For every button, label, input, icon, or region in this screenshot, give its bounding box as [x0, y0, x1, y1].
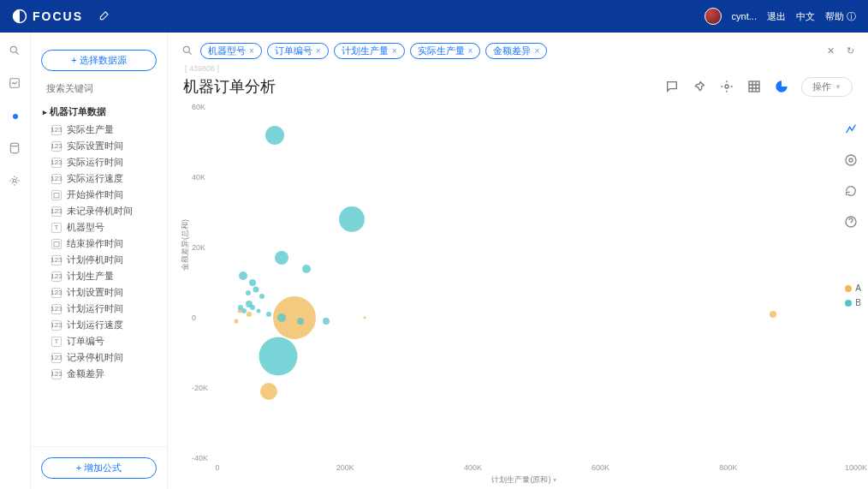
- field-type-icon: 123: [51, 158, 62, 168]
- gear-icon[interactable]: [719, 79, 734, 94]
- tree-item[interactable]: 123计划运行时间: [43, 301, 162, 317]
- chip-remove-icon[interactable]: ×: [468, 46, 473, 56]
- bubble-point[interactable]: [363, 317, 366, 319]
- bubble-point[interactable]: [235, 319, 239, 324]
- bubble-point[interactable]: [266, 312, 271, 317]
- x-axis-label[interactable]: 计划生产量(原和): [491, 474, 556, 486]
- line-chart-tool-icon[interactable]: [844, 122, 858, 138]
- tree-item[interactable]: 123实际设置时间: [43, 138, 162, 154]
- x-tick: 0: [215, 463, 219, 472]
- bubble-point[interactable]: [253, 287, 259, 293]
- select-datasource-button[interactable]: + 选择数据源: [41, 50, 157, 71]
- bubble-point[interactable]: [250, 305, 255, 310]
- tree-item[interactable]: T机器型号: [43, 219, 162, 236]
- tree-item[interactable]: 123金额差异: [43, 366, 162, 382]
- bubble-point[interactable]: [265, 126, 284, 145]
- lang-link[interactable]: 中文: [796, 10, 815, 23]
- bubble-point[interactable]: [275, 251, 288, 265]
- query-chip[interactable]: 金额差异×: [485, 43, 547, 59]
- svg-rect-6: [54, 193, 59, 197]
- bubble-point[interactable]: [302, 265, 311, 273]
- bubble-point[interactable]: [323, 318, 330, 325]
- query-chip[interactable]: 实际生产量×: [410, 43, 481, 59]
- add-formula-button[interactable]: + 增加公式: [41, 457, 157, 479]
- tree-item[interactable]: T订单编号: [43, 333, 162, 349]
- tree-item[interactable]: 123记录停机时间: [43, 349, 162, 366]
- chart-help-icon[interactable]: [844, 215, 858, 230]
- tree-item[interactable]: 123计划运行速度: [43, 317, 162, 333]
- chip-remove-icon[interactable]: ×: [392, 46, 397, 56]
- x-tick: 200K: [336, 463, 354, 472]
- bubble-point[interactable]: [259, 337, 297, 376]
- bubble-point[interactable]: [257, 308, 261, 313]
- tree-item[interactable]: 123实际生产量: [43, 122, 162, 138]
- tree-item[interactable]: 123计划生产量: [43, 268, 162, 284]
- y-tick: 0: [192, 313, 196, 322]
- bubble-point[interactable]: [239, 271, 247, 280]
- field-type-icon: 123: [51, 141, 62, 152]
- field-type-icon: 123: [51, 304, 62, 314]
- tree-item[interactable]: 开始操作时间: [43, 187, 162, 203]
- x-tick: 400K: [464, 463, 482, 472]
- x-tick: 600K: [592, 463, 609, 472]
- username[interactable]: cynt...: [732, 11, 757, 21]
- operate-button[interactable]: 操作▼: [801, 77, 853, 97]
- rail-database-icon[interactable]: [9, 142, 22, 156]
- bubble-point[interactable]: [297, 318, 304, 325]
- bubble-point[interactable]: [246, 290, 251, 295]
- rail-help-icon[interactable]: [9, 110, 22, 123]
- field-type-icon: 123: [51, 174, 62, 184]
- query-chip[interactable]: 计划生产量×: [334, 43, 405, 59]
- tree-item[interactable]: 123计划停机时间: [43, 252, 162, 268]
- edit-icon[interactable]: [98, 9, 110, 23]
- pin-icon[interactable]: [692, 79, 707, 94]
- comment-icon[interactable]: [664, 79, 680, 94]
- field-type-icon: 123: [51, 206, 62, 217]
- query-chip[interactable]: 机器型号×: [200, 43, 262, 59]
- chip-remove-icon[interactable]: ×: [316, 46, 321, 56]
- sidebar-search-input[interactable]: [46, 83, 164, 93]
- legend: A B: [845, 283, 861, 307]
- app-logo[interactable]: FOCUS: [12, 9, 83, 24]
- rail-settings-icon[interactable]: [9, 175, 22, 188]
- avatar[interactable]: [705, 8, 722, 25]
- chart-refresh-icon[interactable]: [844, 184, 858, 200]
- tree-item[interactable]: 123未记录停机时间: [43, 203, 162, 219]
- bubble-point[interactable]: [249, 279, 256, 286]
- svg-point-9: [725, 85, 728, 88]
- field-type-icon: 123: [51, 369, 62, 379]
- field-type-icon: T: [51, 223, 62, 233]
- chip-remove-icon[interactable]: ×: [249, 46, 254, 56]
- y-tick: 40K: [192, 173, 205, 182]
- svg-point-1: [10, 46, 16, 52]
- rail-search-icon[interactable]: [9, 45, 22, 58]
- bubble-point[interactable]: [339, 206, 365, 232]
- refresh-query-icon[interactable]: ↻: [847, 45, 854, 57]
- tree-item[interactable]: 123实际运行时间: [43, 154, 162, 170]
- tree-root[interactable]: 机器订单数据: [43, 102, 162, 122]
- tree-item[interactable]: 123实际运行速度: [43, 170, 162, 187]
- query-chip[interactable]: 订单编号×: [267, 43, 329, 59]
- tree-item[interactable]: 结束操作时间: [43, 236, 162, 252]
- bubble-point[interactable]: [241, 308, 247, 313]
- chart-settings-icon[interactable]: [844, 153, 858, 169]
- logout-link[interactable]: 退出: [767, 10, 786, 23]
- svg-point-12: [846, 155, 856, 165]
- tree-item[interactable]: 123计划设置时间: [43, 284, 162, 301]
- rail-chart-icon[interactable]: [9, 77, 22, 91]
- svg-point-11: [849, 158, 853, 162]
- y-tick: -40K: [192, 454, 208, 462]
- bubble-point[interactable]: [277, 313, 286, 322]
- y-tick: -20K: [192, 384, 208, 392]
- help-link[interactable]: 帮助 ⓘ: [825, 10, 856, 23]
- chip-remove-icon[interactable]: ×: [534, 46, 539, 56]
- table-icon[interactable]: [746, 79, 762, 94]
- bubble-point[interactable]: [247, 312, 252, 317]
- bubble-point[interactable]: [259, 294, 265, 299]
- clear-query-icon[interactable]: ✕: [827, 45, 835, 57]
- svg-point-8: [183, 46, 189, 52]
- bubble-point[interactable]: [770, 311, 776, 318]
- svg-rect-10: [749, 81, 759, 92]
- chart-icon[interactable]: [774, 79, 789, 94]
- bubble-point[interactable]: [260, 383, 277, 400]
